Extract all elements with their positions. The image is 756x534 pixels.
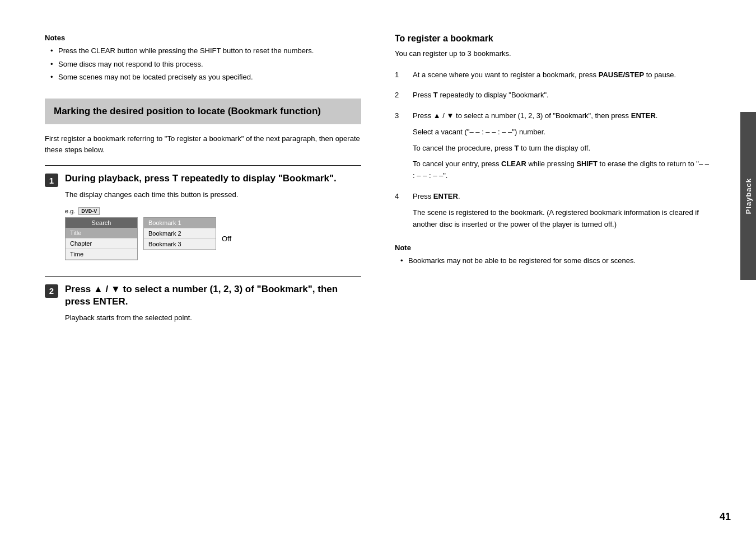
step2-title: Press ▲ / ▼ to select a number (1, 2, 3)… bbox=[65, 283, 361, 308]
search-menu-title: Title bbox=[66, 228, 137, 238]
right-column: To register a bookmark You can register … bbox=[395, 34, 711, 500]
note-section-bottom: Note Bookmarks may not be able to be reg… bbox=[395, 243, 711, 266]
step1-desc: The display changes each time this butto… bbox=[65, 189, 361, 200]
step1-title: During playback, press T repeatedly to d… bbox=[65, 172, 361, 185]
side-tab: Playback bbox=[740, 112, 756, 280]
step1-content: During playback, press T repeatedly to d… bbox=[65, 172, 361, 267]
right-intro: You can register up to 3 bookmarks. bbox=[395, 48, 711, 59]
section-header: Marking the desired position to locate (… bbox=[45, 99, 361, 124]
note-item-2: Some discs may not respond to this proce… bbox=[50, 59, 361, 70]
side-tab-label: Playback bbox=[744, 178, 753, 214]
right-step-4-sub1: The scene is registered to the bookmark.… bbox=[413, 207, 711, 231]
step2-number: 2 bbox=[45, 284, 58, 298]
off-label: Off bbox=[222, 235, 231, 243]
diagram-area: e.g. DVD-V Search Title Chapter Time bbox=[65, 207, 361, 260]
note-title-bottom: Note bbox=[395, 243, 711, 252]
right-step-4-num: 4 bbox=[395, 191, 406, 230]
step1-divider bbox=[45, 165, 361, 166]
step2-divider bbox=[45, 276, 361, 277]
left-column: Notes Press the CLEAR button while press… bbox=[45, 34, 361, 500]
section-header-title: Marking the desired position to locate (… bbox=[54, 105, 352, 118]
search-menu-time: Time bbox=[66, 249, 137, 260]
right-step-3-num: 3 bbox=[395, 110, 406, 182]
right-section-title: To register a bookmark bbox=[395, 34, 711, 44]
right-step-3: 3 Press ▲ / ▼ to select a number (1, 2, … bbox=[395, 110, 711, 182]
right-step-3-sub1: Select a vacant ("– – : – – : – –") numb… bbox=[413, 127, 711, 138]
right-step-2: 2 Press T repeatedly to display "Bookmar… bbox=[395, 90, 711, 101]
dvd-badge: DVD-V bbox=[78, 207, 100, 215]
right-step-3-sub2: To cancel the procedure, press T to turn… bbox=[413, 143, 711, 154]
bookmark-row-3: Bookmark 3 bbox=[144, 239, 216, 250]
right-step-4-body: Press ENTER. The scene is registered to … bbox=[413, 191, 711, 230]
right-step-3-body: Press ▲ / ▼ to select a number (1, 2, 3)… bbox=[413, 110, 711, 182]
note-item-3: Some scenes may not be located precisely… bbox=[50, 72, 361, 83]
step1-container: 1 During playback, press T repeatedly to… bbox=[45, 172, 361, 267]
bookmark-row-1: Bookmark 1 bbox=[144, 218, 216, 228]
eg-label: e.g. DVD-V bbox=[65, 207, 361, 215]
notes-title: Notes bbox=[45, 34, 361, 42]
eg-text: e.g. bbox=[65, 208, 75, 214]
step2-desc: Playback starts from the selected point. bbox=[65, 312, 361, 324]
step2-content: Press ▲ / ▼ to select a number (1, 2, 3)… bbox=[65, 283, 361, 330]
notes-section-top: Notes Press the CLEAR button while press… bbox=[45, 34, 361, 83]
right-step-1: 1 At a scene where you want to register … bbox=[395, 69, 711, 81]
main-content: Notes Press the CLEAR button while press… bbox=[0, 0, 739, 534]
right-step-4: 4 Press ENTER. The scene is registered t… bbox=[395, 191, 711, 230]
notes-list: Press the CLEAR button while pressing th… bbox=[45, 45, 361, 83]
search-panel-header: Search bbox=[66, 218, 137, 228]
right-step-2-body: Press T repeatedly to display "Bookmark"… bbox=[413, 90, 711, 101]
bookmark-row-2: Bookmark 2 bbox=[144, 228, 216, 239]
search-panel: Search Title Chapter Time bbox=[65, 217, 138, 260]
right-step-3-sub3: To cancel your entry, press CLEAR while … bbox=[413, 158, 711, 182]
step2-container: 2 Press ▲ / ▼ to select a number (1, 2, … bbox=[45, 283, 361, 330]
note-list-bottom: Bookmarks may not be able to be register… bbox=[395, 255, 711, 266]
right-step-1-body: At a scene where you want to register a … bbox=[413, 69, 711, 81]
page-number: 41 bbox=[720, 511, 731, 523]
step1-number: 1 bbox=[45, 174, 58, 187]
section-intro: First register a bookmark referring to "… bbox=[45, 133, 361, 157]
right-step-2-num: 2 bbox=[395, 90, 406, 101]
bookmark-panel: Bookmark 1 Bookmark 2 Bookmark 3 bbox=[143, 217, 216, 250]
search-menu-chapter: Chapter bbox=[66, 238, 137, 249]
note-bottom-item-1: Bookmarks may not be able to be register… bbox=[400, 255, 711, 266]
note-item-1: Press the CLEAR button while pressing th… bbox=[50, 45, 361, 57]
right-step-1-num: 1 bbox=[395, 69, 406, 81]
diagram-panels: Search Title Chapter Time Bookmark 1 Boo… bbox=[65, 217, 361, 260]
